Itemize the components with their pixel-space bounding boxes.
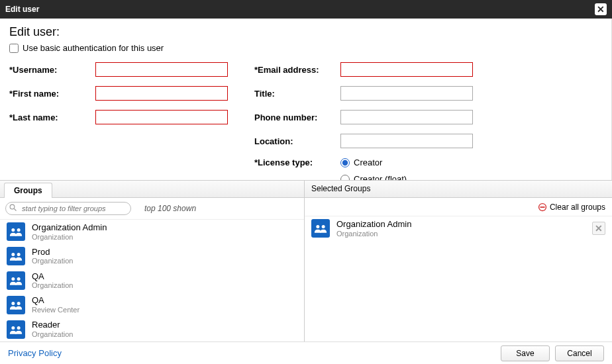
footer-buttons: Save Cancel <box>501 345 604 361</box>
group-subtitle: Review Center <box>32 306 297 314</box>
close-button[interactable]: ✕ <box>595 3 607 15</box>
label-lastname: *Last name: <box>9 113 95 122</box>
group-name: QA <box>32 271 297 282</box>
group-item[interactable]: ReaderOrganization <box>0 317 304 341</box>
basic-auth-label: Use basic authentication for this user <box>23 43 164 53</box>
group-subtitle: Organization <box>32 257 297 265</box>
label-username: *Username: <box>9 65 95 75</box>
dialog-footer: Privacy Policy Save Cancel <box>0 341 612 364</box>
username-input[interactable] <box>95 62 228 77</box>
field-row-firstname: *First name: <box>9 86 228 101</box>
svg-point-10 <box>11 326 15 330</box>
svg-point-11 <box>17 326 21 330</box>
filter-row: top 100 shown <box>0 198 304 220</box>
firstname-input[interactable] <box>95 86 228 101</box>
label-license: *License type: <box>254 158 340 167</box>
svg-point-6 <box>11 277 15 281</box>
people-icon <box>7 222 25 241</box>
basic-auth-row[interactable]: Use basic authentication for this user <box>9 43 602 53</box>
selected-groups-list[interactable]: Organization AdminOrganization✕ <box>305 216 612 341</box>
group-subtitle: Organization <box>336 230 586 238</box>
group-item[interactable]: Organization AdminOrganization✕ <box>305 216 612 241</box>
license-radio-creator[interactable] <box>340 158 350 167</box>
form-col-left: *Username: *First name: *Last name: <box>9 62 228 180</box>
field-row-lastname: *Last name: <box>9 110 228 124</box>
search-wrapper <box>5 202 131 215</box>
svg-point-8 <box>11 302 15 305</box>
cancel-button[interactable]: Cancel <box>555 345 604 361</box>
title-input[interactable] <box>340 86 473 101</box>
field-row-phone: Phone number: <box>254 110 473 124</box>
label-location: Location: <box>254 136 340 146</box>
label-email: *Email address: <box>254 65 340 75</box>
group-name: Prod <box>32 247 297 257</box>
people-icon <box>311 219 330 238</box>
license-label-creator: Creator <box>354 158 382 167</box>
field-row-location: Location: <box>254 134 473 148</box>
groups-section: Groups top 100 shown Organization AdminO… <box>0 180 612 341</box>
license-radio-creator-float[interactable] <box>340 175 350 181</box>
group-text: ReaderOrganization <box>32 320 297 339</box>
dialog-titlebar: Edit user ✕ <box>0 0 612 19</box>
groups-selected-panel: Selected Groups Clear all groups Organiz… <box>305 181 612 341</box>
basic-auth-checkbox[interactable] <box>9 44 19 53</box>
form-grid: *Username: *First name: *Last name: *Ema… <box>9 62 602 180</box>
clear-all-label: Clear all groups <box>550 203 605 212</box>
group-name: QA <box>32 295 297 306</box>
group-subtitle: Organization <box>32 281 297 290</box>
group-search-input[interactable] <box>5 202 131 215</box>
phone-input[interactable] <box>340 110 473 124</box>
svg-line-1 <box>15 209 17 211</box>
save-button[interactable]: Save <box>501 345 550 361</box>
selected-groups-header: Selected Groups <box>305 181 612 198</box>
x-icon: ✕ <box>595 223 603 234</box>
form-area: Edit user: Use basic authentication for … <box>0 19 612 180</box>
license-option-creator-float[interactable]: Creator (float) <box>340 174 407 180</box>
people-icon <box>7 296 25 314</box>
group-item[interactable]: QAOrganization <box>0 269 304 293</box>
privacy-link[interactable]: Privacy Policy <box>8 348 62 358</box>
tab-bar: Groups <box>0 181 304 198</box>
group-name: Organization Admin <box>336 219 586 230</box>
available-groups-list[interactable]: Organization AdminOrganizationProdOrgani… <box>0 220 304 341</box>
svg-point-3 <box>17 228 21 232</box>
svg-point-9 <box>17 302 21 305</box>
svg-point-7 <box>17 277 21 281</box>
group-item[interactable]: Organization AdminOrganization <box>0 220 304 244</box>
svg-rect-14 <box>540 206 544 208</box>
group-item[interactable]: QAReview Center <box>0 293 304 317</box>
group-text: ProdOrganization <box>32 247 297 266</box>
label-phone: Phone number: <box>254 113 340 122</box>
label-firstname: *First name: <box>9 89 95 99</box>
remove-group-button[interactable]: ✕ <box>592 222 605 235</box>
label-title: Title: <box>254 89 340 99</box>
group-text: QAOrganization <box>32 271 297 291</box>
search-icon <box>9 204 17 212</box>
svg-point-5 <box>17 253 21 256</box>
group-item[interactable]: ProdOrganization <box>0 244 304 269</box>
dialog-title: Edit user <box>5 5 39 14</box>
group-name: Organization Admin <box>32 222 297 233</box>
svg-point-2 <box>11 228 15 232</box>
page-title: Edit user: <box>9 25 602 39</box>
email-input[interactable] <box>340 62 473 77</box>
field-row-username: *Username: <box>9 62 228 77</box>
svg-point-15 <box>316 225 319 228</box>
lastname-input[interactable] <box>95 110 228 124</box>
license-option-creator[interactable]: Creator <box>340 158 407 167</box>
tab-groups[interactable]: Groups <box>4 183 52 198</box>
svg-point-4 <box>11 253 15 256</box>
license-radio-group: Creator Creator (float) <box>340 158 407 180</box>
clear-all-row[interactable]: Clear all groups <box>305 198 612 216</box>
field-row-license: *License type: Creator Creator (float) <box>254 158 473 180</box>
people-icon <box>7 247 25 265</box>
group-subtitle: Organization <box>32 330 297 339</box>
group-subtitle: Organization <box>32 233 297 242</box>
group-name: Reader <box>32 320 297 330</box>
location-input[interactable] <box>340 134 473 148</box>
group-text: QAReview Center <box>32 295 297 314</box>
field-row-email: *Email address: <box>254 62 473 77</box>
top-shown-label: top 100 shown <box>144 204 196 213</box>
group-text: Organization AdminOrganization <box>32 222 297 242</box>
svg-point-0 <box>10 205 15 209</box>
